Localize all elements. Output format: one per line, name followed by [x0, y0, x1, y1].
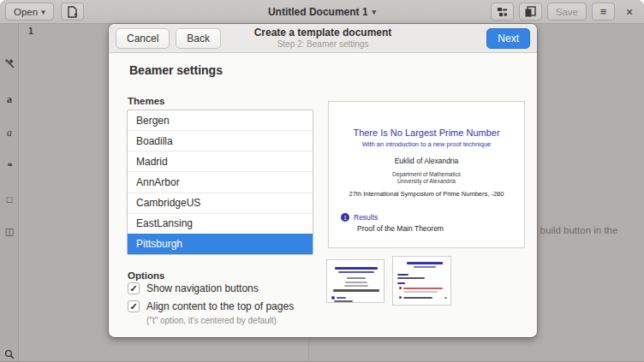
main-headerbar: Open ▾ Untitled Document 1 ▾ — [0, 0, 644, 24]
layout-button[interactable]: ◫ — [0, 224, 19, 238]
beamer-slide-preview: There Is No Largest Prime Number With an… — [328, 101, 525, 248]
check-icon: ✓ — [129, 284, 137, 294]
chevron-down-icon: ▾ — [373, 8, 377, 16]
show-navigation-checkbox[interactable]: ✓ — [128, 282, 140, 294]
themes-label: Themes — [128, 96, 164, 106]
open-button-label: Open — [14, 7, 38, 17]
quotation-marks-icon: ❝ — [8, 161, 12, 172]
theme-list-item-cambridgeus[interactable]: CambridgeUS — [128, 193, 313, 213]
dialog-subtitle: Step 2: Beamer settings — [254, 39, 392, 49]
theme-list-item-bergen[interactable]: Bergen — [128, 110, 313, 130]
slide-institute-line1: Department of Mathematics — [329, 171, 524, 178]
bold-a-icon: a — [7, 93, 12, 106]
slide-institute-line2: University of Alexandria — [329, 178, 524, 185]
toc-number-badge: 1 — [341, 213, 349, 222]
option-align-top: ✓ Align content to the top of pages — [128, 300, 294, 312]
quotes-button[interactable]: ❝ — [0, 159, 19, 173]
slide-subtitle: With an introduction to a new proof tech… — [329, 140, 524, 148]
slide-event: 27th International Symposium of Prime Nu… — [329, 190, 524, 198]
text-bold-button[interactable]: a — [0, 92, 19, 106]
theme-list-item-boadilla[interactable]: Boadilla — [128, 130, 313, 151]
theme-list-item-madrid[interactable]: Madrid — [128, 151, 313, 171]
back-button[interactable]: Back — [176, 28, 221, 49]
search-icon — [4, 349, 15, 359]
primary-menu-button[interactable]: ≡ — [592, 3, 615, 21]
background-help-text: e build button in the — [532, 225, 617, 235]
document-title-menubutton[interactable]: Untitled Document 1 ▾ — [268, 0, 376, 24]
slide-toc-entry: 1 Results — [341, 213, 378, 222]
slide-institute: Department of Mathematics University of … — [329, 171, 524, 185]
theme-list: Bergen Boadilla Madrid AnnArbor Cambridg… — [127, 110, 313, 255]
toc-item-label: Proof of the Main Theorem — [357, 224, 444, 233]
italic-a-icon: a — [7, 127, 12, 139]
open-button[interactable]: Open ▾ — [5, 3, 54, 21]
show-navigation-label: Show navigation buttons — [146, 282, 259, 294]
align-top-label: Align content to the top of pages — [146, 300, 294, 312]
build-log-button[interactable] — [491, 3, 514, 21]
hamburger-menu-icon: ≡ — [600, 5, 607, 18]
cancel-button[interactable]: Cancel — [116, 28, 170, 49]
new-document-button[interactable] — [61, 3, 84, 21]
editor-toolstrip: a a ❝ □ ◫ — [0, 24, 19, 362]
application-window: Open ▾ Untitled Document 1 ▾ — [0, 0, 644, 362]
search-button[interactable] — [0, 347, 19, 361]
save-button[interactable]: Save — [547, 3, 587, 21]
overlapping-pages-icon — [524, 6, 536, 18]
new-document-icon — [67, 6, 78, 18]
dialog-title-area: Create a template document Step 2: Beame… — [254, 27, 392, 49]
frame-button[interactable]: □ — [0, 193, 19, 206]
toc-section-label: Results — [354, 213, 378, 222]
column-layout-icon: ◫ — [5, 226, 14, 237]
magic-wand-icon — [4, 58, 15, 69]
next-button[interactable]: Next — [486, 28, 530, 49]
slide-thumbnail-2 — [392, 256, 451, 306]
dialog-title: Create a template document — [254, 27, 392, 39]
slide-author: Euklid of Alexandria — [329, 157, 524, 165]
save-button-label: Save — [556, 7, 578, 17]
line-number: 1 — [28, 27, 33, 36]
chevron-down-icon: ▾ — [41, 8, 45, 16]
window-close-button[interactable]: × — [620, 3, 639, 21]
theme-list-item-annarbor[interactable]: AnnArbor — [128, 171, 313, 192]
wizard-button[interactable] — [0, 56, 19, 70]
create-template-dialog: Cancel Back Create a template document S… — [109, 24, 537, 337]
preview-pages-button[interactable] — [519, 3, 542, 21]
check-icon: ✓ — [129, 302, 137, 312]
options-label: Options — [128, 270, 164, 281]
square-frame-icon: □ — [7, 194, 13, 205]
slide-thumbnail-1 — [326, 259, 385, 303]
align-top-note: ("t" option, it's centered by default) — [146, 316, 277, 325]
slide-title: There Is No Largest Prime Number — [329, 128, 524, 138]
option-show-navigation: ✓ Show navigation buttons — [128, 282, 259, 294]
theme-list-item-pittsburgh-selected[interactable]: Pittsburgh — [128, 234, 313, 254]
build-log-icon — [497, 7, 508, 17]
page-title: Beamer settings — [129, 63, 223, 77]
close-icon: × — [626, 5, 633, 19]
document-title: Untitled Document 1 — [268, 6, 368, 18]
theme-list-item-eastlansing[interactable]: EastLansing — [128, 213, 313, 234]
dialog-headerbar: Cancel Back Create a template document S… — [109, 24, 537, 53]
align-top-checkbox[interactable]: ✓ — [128, 300, 140, 312]
text-italic-button[interactable]: a — [0, 126, 19, 139]
